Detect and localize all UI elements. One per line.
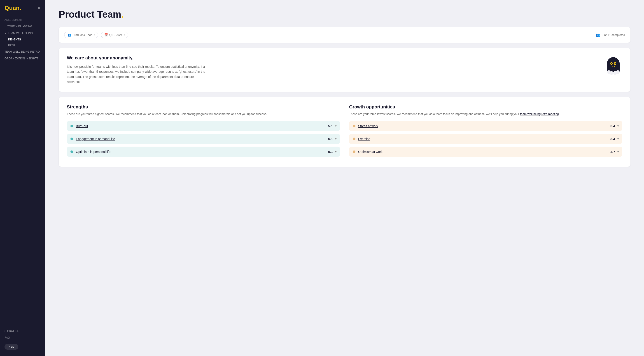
team-filter-label: Product & Tech <box>72 33 92 37</box>
sidebar-bottom: › PROFILE FAQ Help <box>0 327 45 351</box>
svg-point-5 <box>616 70 620 74</box>
strength-score-0: 5.1 <box>328 124 333 128</box>
svg-point-11 <box>614 66 615 67</box>
anonymity-body: It is now possible for teams with less t… <box>67 64 207 85</box>
strength-dot <box>70 125 73 127</box>
chevron-right-icon: › <box>4 329 6 332</box>
score-left: Exercise <box>353 137 370 141</box>
score-right: 5.1 ▾ <box>328 137 336 141</box>
strengths-column: Strengths These are your three highest s… <box>67 104 340 160</box>
svg-point-8 <box>611 63 612 64</box>
strength-item-0[interactable]: Burn-out 5.1 ▾ <box>67 121 340 131</box>
profile-label: PROFILE <box>7 329 19 332</box>
growth-dot <box>353 150 356 153</box>
strengths-description: These are your three highest scores. We … <box>67 112 340 117</box>
strength-label-2: Optimism in personal life <box>76 150 110 154</box>
help-button[interactable]: Help <box>4 344 18 350</box>
strength-dot <box>70 138 73 140</box>
strength-label-0: Burn-out <box>76 124 88 128</box>
sidebar-item-team-wellbeing[interactable]: ∨ TEAM WELL-BEING <box>0 30 45 37</box>
growth-score-1: 3.4 <box>610 137 615 141</box>
score-right: 5.1 ▾ <box>328 124 336 128</box>
growth-item-0[interactable]: Stress at work 3.4 ▾ <box>349 121 622 131</box>
growth-title: Growth opportunities <box>349 104 622 110</box>
assessment-label: ASSESSMENT <box>0 19 45 23</box>
score-left: Optimism at work <box>353 150 382 154</box>
svg-point-10 <box>612 66 612 67</box>
sidebar-item-team-retro[interactable]: TEAM WELL-BEING RETRO <box>0 48 45 55</box>
score-right: 3.4 ▾ <box>610 137 619 141</box>
retro-meeting-link[interactable]: team well-being retro meeting <box>520 112 559 116</box>
chevron-down-icon: ∨ <box>4 32 6 35</box>
growth-item-1[interactable]: Exercise 3.4 ▾ <box>349 134 622 144</box>
growth-dot <box>353 125 356 127</box>
sidebar-subitem-label: PATH <box>8 44 15 47</box>
chevron-down-icon: ▾ <box>335 137 336 141</box>
chevron-down-icon: ▾ <box>94 34 95 36</box>
page-title: Product Team. <box>59 9 630 20</box>
svg-point-9 <box>615 63 616 64</box>
sidebar-item-label: YOUR WELL-BEING <box>7 25 32 28</box>
strength-score-1: 5.1 <box>328 137 333 141</box>
strength-item-2[interactable]: Optimism in personal life 5.1 ▾ <box>67 147 340 157</box>
sidebar-item-faq[interactable]: FAQ <box>4 334 40 341</box>
sidebar-item-label: TEAM WELL-BEING RETRO <box>4 50 40 53</box>
quarter-filter-chip[interactable]: 📅 Q3 - 2024 ▾ <box>101 32 128 38</box>
sidebar-item-label: ORGANIZATION INSIGHTS <box>4 57 38 60</box>
growth-label-1: Exercise <box>358 137 370 141</box>
chevron-down-icon: ▾ <box>124 34 125 36</box>
sidebar: Quan. ✕ ASSESSMENT › YOUR WELL-BEING ∨ T… <box>0 0 45 356</box>
growth-dot <box>353 138 356 140</box>
sidebar-item-profile[interactable]: › PROFILE <box>4 327 40 334</box>
ghost-icon <box>604 55 622 76</box>
chevron-down-icon: ▾ <box>335 125 336 128</box>
score-right: 3.4 ▾ <box>610 124 619 128</box>
score-left: Engagement in personal life <box>70 137 115 141</box>
insights-card: Strengths These are your three highest s… <box>59 97 630 167</box>
growth-score-2: 3.7 <box>610 150 615 154</box>
team-filter-chip[interactable]: 👥 Product & Tech ▾ <box>64 32 98 38</box>
sidebar-item-org-insights[interactable]: ORGANIZATION INSIGHTS <box>0 55 45 62</box>
growth-label-0: Stress at work <box>358 124 378 128</box>
sidebar-subitem-insights[interactable]: INSIGHTS <box>0 37 45 43</box>
growth-column: Growth opportunities These are your thre… <box>349 104 622 160</box>
logo: Quan. <box>4 5 21 12</box>
strength-label-1: Engagement in personal life <box>76 137 115 141</box>
chevron-down-icon: ▾ <box>617 150 619 153</box>
users-icon: 👥 <box>596 33 600 37</box>
score-left: Burn-out <box>70 124 88 128</box>
filter-chips: 👥 Product & Tech ▾ 📅 Q3 - 2024 ▾ <box>64 32 128 38</box>
faq-label: FAQ <box>4 336 10 339</box>
score-right: 3.7 ▾ <box>610 150 619 154</box>
completed-badge: 👥 3 of 11 completed <box>596 33 625 37</box>
score-left: Optimism in personal life <box>70 150 110 154</box>
growth-item-2[interactable]: Optimism at work 3.7 ▾ <box>349 147 622 157</box>
filter-bar: 👥 Product & Tech ▾ 📅 Q3 - 2024 ▾ 👥 3 of … <box>59 27 630 43</box>
growth-score-0: 3.4 <box>610 124 615 128</box>
insights-grid: Strengths These are your three highest s… <box>67 104 622 160</box>
sidebar-item-label: TEAM WELL-BEING <box>8 32 33 35</box>
completed-text: 3 of 11 completed <box>602 33 625 37</box>
anonymity-title: We care about your anonymity. <box>67 55 207 61</box>
chevron-right-icon: › <box>4 25 5 28</box>
chevron-down-icon: ▾ <box>617 137 619 141</box>
growth-description: These are your three lowest scores. We r… <box>349 112 622 117</box>
chevron-down-icon: ▾ <box>617 125 619 128</box>
close-icon[interactable]: ✕ <box>38 6 40 10</box>
strength-dot <box>70 150 73 153</box>
quarter-filter-label: Q3 - 2024 <box>109 33 122 37</box>
chevron-down-icon: ▾ <box>335 150 336 153</box>
sidebar-subitem-path[interactable]: PATH <box>0 43 45 48</box>
score-left: Stress at work <box>353 124 378 128</box>
team-icon: 👥 <box>68 33 71 37</box>
sidebar-logo: Quan. ✕ <box>0 5 45 17</box>
strengths-title: Strengths <box>67 104 340 110</box>
strength-item-1[interactable]: Engagement in personal life 5.1 ▾ <box>67 134 340 144</box>
sidebar-item-your-wellbeing[interactable]: › YOUR WELL-BEING <box>0 23 45 30</box>
growth-label-2: Optimism at work <box>358 150 382 154</box>
strength-score-2: 5.1 <box>328 150 333 154</box>
score-right: 5.1 ▾ <box>328 150 336 154</box>
main-content: Product Team. 👥 Product & Tech ▾ 📅 Q3 - … <box>45 0 644 356</box>
anonymity-card: We care about your anonymity. It is now … <box>59 48 630 92</box>
anonymity-content: We care about your anonymity. It is now … <box>67 55 207 85</box>
